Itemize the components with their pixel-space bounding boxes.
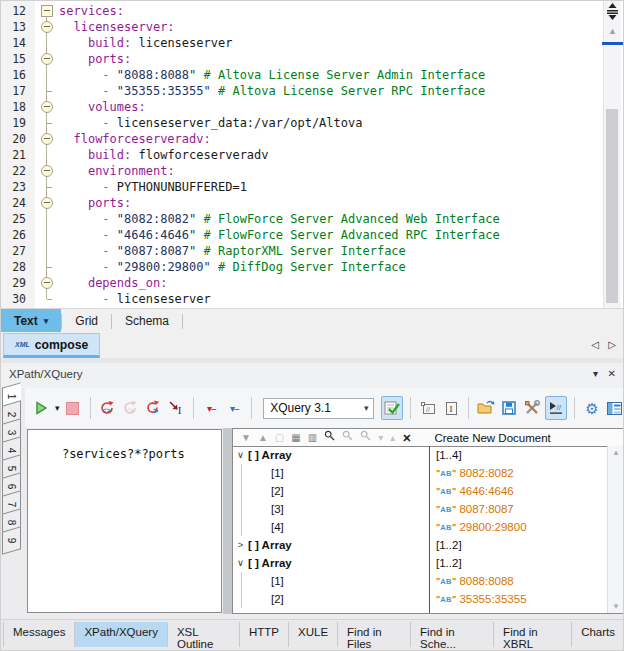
bottom-tab-xpath-xquery[interactable]: XPath/XQuery xyxy=(75,622,168,647)
search-icon[interactable] xyxy=(324,430,335,446)
fold-toggle[interactable] xyxy=(35,275,59,291)
code-text[interactable]: flowforceserveradv: xyxy=(59,131,601,147)
code-key[interactable]: ports: xyxy=(88,52,131,66)
bottom-tab-find-in-xbrl[interactable]: Find in XBRL xyxy=(494,622,572,647)
collapse-icon[interactable]: ∨ xyxy=(233,446,248,464)
code-text[interactable]: - "29800:29800" # DiffDog Server Interfa… xyxy=(59,259,601,275)
tab-grid-view[interactable]: Grid xyxy=(62,309,111,333)
code-text[interactable]: - licenseserver_data:/var/opt/Altova xyxy=(59,115,601,131)
code-key[interactable]: services: xyxy=(59,4,124,18)
result-item-row[interactable]: [1]"AB" 8088:8088 xyxy=(233,572,608,590)
code-dash[interactable]: - xyxy=(102,68,116,82)
evaluate-all-button[interactable]: > xyxy=(143,397,163,419)
code-text[interactable]: depends_on: xyxy=(59,275,601,291)
expand-icon[interactable]: > xyxy=(233,536,248,554)
scroll-down-icon[interactable]: ▼ xyxy=(608,602,624,611)
pane-splitter[interactable] xyxy=(223,428,232,614)
code-dash[interactable]: - xyxy=(102,116,116,130)
code-dash[interactable]: - xyxy=(102,244,116,258)
split-handle-icon[interactable] xyxy=(606,3,619,20)
result-item-row[interactable]: [4]"AB" 29800:29800 xyxy=(233,518,608,536)
insert-breakpoint-button[interactable]: ▾-- xyxy=(201,397,221,419)
result-item-row[interactable]: [3]"AB" 8087:8087 xyxy=(233,500,608,518)
filter-down-icon[interactable]: ▼ xyxy=(241,430,251,446)
fold-toggle[interactable] xyxy=(35,51,59,67)
bottom-tab-messages[interactable]: Messages xyxy=(3,622,75,647)
result-item-row[interactable]: [2]"AB" 35355:35355 xyxy=(233,590,608,608)
tab-text-view[interactable]: Text ▾ xyxy=(1,309,61,333)
code-com[interactable]: # Altova License Server RPC Interface xyxy=(218,84,485,98)
collapse-circle-icon[interactable] xyxy=(41,101,53,113)
code-editor[interactable]: 12services:13 licenseserver:14 build: li… xyxy=(1,1,624,308)
code-text[interactable]: - licenseserver xyxy=(59,291,601,307)
panel-close-icon[interactable]: ✕ xyxy=(608,368,616,379)
code-key[interactable]: build: xyxy=(88,148,131,162)
result-item-row[interactable]: [1]"AB" 8082:8082 xyxy=(233,464,608,482)
code-val[interactable] xyxy=(196,68,203,82)
code-str[interactable]: "4646:4646" xyxy=(117,228,196,242)
code-text[interactable]: - "8087:8087" # RaptorXML Server Interfa… xyxy=(59,243,601,259)
bottom-tab-charts[interactable]: Charts xyxy=(572,622,624,647)
code-dash[interactable]: - xyxy=(102,260,116,274)
scroll-thumb[interactable] xyxy=(606,109,618,303)
code-text[interactable]: ports: xyxy=(59,195,601,211)
caret-down-icon[interactable]: ▾ xyxy=(378,430,383,446)
result-array-row[interactable]: >[ ] Array[1..2] xyxy=(233,536,608,554)
collapse-circle-icon[interactable] xyxy=(41,21,53,33)
code-dash[interactable]: - xyxy=(102,292,116,306)
file-tab-compose[interactable]: XML compose xyxy=(3,333,100,358)
filter-up-icon[interactable]: ▲ xyxy=(258,430,268,446)
bottom-tab-find-in-sche-[interactable]: Find in Sche... xyxy=(411,622,494,647)
bottom-tab-http[interactable]: HTTP xyxy=(240,622,289,647)
code-str[interactable]: "35355:35355" xyxy=(117,84,211,98)
xpath-group-tab-9[interactable]: 9 xyxy=(2,526,21,554)
code-key[interactable]: volumes: xyxy=(88,100,146,114)
collapse-box-icon[interactable] xyxy=(41,5,53,17)
code-key[interactable]: build: xyxy=(88,36,131,50)
code-str[interactable]: "8082:8082" xyxy=(117,212,196,226)
stop-button[interactable] xyxy=(63,397,83,419)
result-item-row[interactable]: [2]"AB" 4646:4646 xyxy=(233,482,608,500)
collapse-circle-icon[interactable] xyxy=(41,165,53,177)
code-text[interactable]: - "35355:35355" # Altova License Server … xyxy=(59,83,601,99)
code-val[interactable] xyxy=(196,244,203,258)
grid-icon[interactable]: ▦ xyxy=(291,430,300,446)
code-key[interactable]: depends_on: xyxy=(88,276,167,290)
fold-toggle[interactable] xyxy=(35,3,59,19)
scroll-up-icon[interactable]: ▲ xyxy=(608,448,624,457)
chevron-down-icon[interactable]: ▾ xyxy=(44,309,49,333)
collapse-circle-icon[interactable] xyxy=(41,277,53,289)
code-dash[interactable]: - xyxy=(102,212,116,226)
fold-toggle[interactable] xyxy=(35,99,59,115)
code-str[interactable]: "8087:8087" xyxy=(117,244,196,258)
step-evaluate-button-disabled[interactable]: <> xyxy=(120,397,140,419)
fold-toggle[interactable] xyxy=(35,131,59,147)
tools-button[interactable] xyxy=(522,397,542,419)
bottom-tab-xsl-outline[interactable]: XSL Outline xyxy=(168,622,240,647)
code-val[interactable]: licenseserver_data:/var/opt/Altova xyxy=(117,116,363,130)
search-prev-icon[interactable] xyxy=(360,430,371,446)
result-array-row[interactable]: ∨[ ] Array[1..2] xyxy=(233,554,608,572)
code-text[interactable]: - "4646:4646" # FlowForce Server Advance… xyxy=(59,227,601,243)
validate-results-button[interactable] xyxy=(381,396,403,420)
code-text[interactable]: build: licenseserver xyxy=(59,35,601,51)
code-key[interactable]: flowforceserveradv: xyxy=(73,132,210,146)
editor-scrollbar[interactable]: ▲ xyxy=(603,1,621,308)
language-select[interactable]: XQuery 3.1 ▾ xyxy=(263,398,374,419)
code-lines[interactable]: 12services:13 licenseserver:14 build: li… xyxy=(1,3,601,307)
collapse-icon[interactable]: ∨ xyxy=(233,554,248,572)
save-button[interactable] xyxy=(499,397,519,419)
code-text[interactable]: environment: xyxy=(59,163,601,179)
code-val[interactable] xyxy=(196,212,203,226)
auto-evaluate-button[interactable]: // xyxy=(545,396,567,420)
code-dash[interactable]: - xyxy=(102,84,116,98)
panel-menu-icon[interactable]: ▾ xyxy=(593,368,598,379)
code-text[interactable]: - "8088:8088" # Altova License Server Ad… xyxy=(59,67,601,83)
code-text[interactable]: ports: xyxy=(59,51,601,67)
collapse-circle-icon[interactable] xyxy=(41,53,53,65)
search-next-icon[interactable] xyxy=(342,430,353,446)
code-key[interactable]: environment: xyxy=(88,164,175,178)
code-text[interactable]: services: xyxy=(59,3,601,19)
goto-cursor-button[interactable]: I xyxy=(166,397,186,419)
xpath-query-input[interactable]: ?services?*?ports xyxy=(27,429,222,613)
